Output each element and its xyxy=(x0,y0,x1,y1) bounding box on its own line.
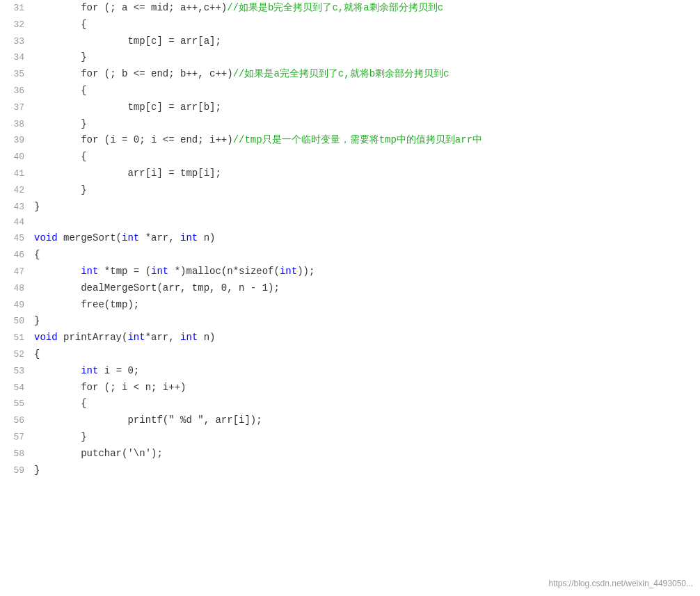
line-number: 33 xyxy=(0,34,31,49)
line-content: } xyxy=(31,313,700,330)
line-content: for (i = 0; i <= end; i++)//tmp只是一个临时变量，… xyxy=(31,132,700,149)
code-line: 36 { xyxy=(0,83,700,99)
line-content: free(tmp); xyxy=(31,297,700,314)
code-line: 32 { xyxy=(0,17,700,33)
code-line: 48 dealMergeSort(arr, tmp, 0, n - 1); xyxy=(0,280,700,297)
code-line: 53 int i = 0; xyxy=(0,363,700,380)
line-number: 40 xyxy=(0,150,31,165)
code-line: 54 for (; i < n; i++) xyxy=(0,380,700,396)
code-line: 34 } xyxy=(0,49,700,66)
code-line: 52{ xyxy=(0,346,700,363)
line-number: 48 xyxy=(0,281,31,296)
line-content: for (; b <= end; b++, c++)//如果是a完全拷贝到了c,… xyxy=(31,66,700,83)
line-content: int i = 0; xyxy=(31,363,700,380)
line-number: 57 xyxy=(0,430,31,445)
line-number: 41 xyxy=(0,166,31,182)
line-content: printf(" %d ", arr[i]); xyxy=(31,412,700,429)
line-content: } xyxy=(31,429,700,446)
code-line: 47 int *tmp = (int *)malloc(n*sizeof(int… xyxy=(0,264,700,280)
line-content: } xyxy=(31,199,700,216)
line-number: 45 xyxy=(0,231,31,246)
line-number: 49 xyxy=(0,298,31,313)
line-number: 44 xyxy=(0,215,31,230)
line-number: 36 xyxy=(0,83,31,99)
line-number: 39 xyxy=(0,133,31,148)
line-content: } xyxy=(31,462,700,479)
line-number: 46 xyxy=(0,248,31,263)
line-content: tmp[c] = arr[b]; xyxy=(31,99,700,116)
code-line: 31 for (; a <= mid; a++,c++)//如果是b完全拷贝到了… xyxy=(0,0,700,17)
code-line: 58 putchar('\n'); xyxy=(0,446,700,462)
line-number: 53 xyxy=(0,364,31,379)
code-line: 38 } xyxy=(0,116,700,133)
line-content: { xyxy=(31,247,700,264)
line-number: 47 xyxy=(0,264,31,280)
code-line: 41 arr[i] = tmp[i]; xyxy=(0,166,700,182)
line-content: { xyxy=(31,346,700,363)
code-line: 42 } xyxy=(0,182,700,199)
code-viewer: 31 for (; a <= mid; a++,c++)//如果是b完全拷贝到了… xyxy=(0,0,700,596)
line-content: { xyxy=(31,149,700,166)
code-line: 57 } xyxy=(0,429,700,446)
code-line: 50} xyxy=(0,313,700,330)
line-number: 32 xyxy=(0,17,31,33)
code-line: 40 { xyxy=(0,149,700,166)
code-line: 33 tmp[c] = arr[a]; xyxy=(0,33,700,50)
line-content: for (; i < n; i++) xyxy=(31,380,700,396)
line-number: 59 xyxy=(0,463,31,478)
line-number: 38 xyxy=(0,117,31,132)
line-number: 54 xyxy=(0,380,31,396)
code-line: 35 for (; b <= end; b++, c++)//如果是a完全拷贝到… xyxy=(0,66,700,83)
line-content: tmp[c] = arr[a]; xyxy=(31,33,700,50)
line-number: 58 xyxy=(0,446,31,462)
line-number: 37 xyxy=(0,100,31,115)
line-number: 51 xyxy=(0,330,31,346)
line-number: 34 xyxy=(0,50,31,65)
code-line: 45void mergeSort(int *arr, int n) xyxy=(0,230,700,247)
line-content: arr[i] = tmp[i]; xyxy=(31,166,700,182)
line-content: } xyxy=(31,182,700,199)
line-number: 31 xyxy=(0,1,31,16)
line-content: { xyxy=(31,17,700,33)
code-line: 37 tmp[c] = arr[b]; xyxy=(0,99,700,116)
code-line: 59} xyxy=(0,462,700,479)
code-line: 46{ xyxy=(0,247,700,264)
line-content: } xyxy=(31,116,700,133)
line-number: 42 xyxy=(0,183,31,198)
code-line: 55 { xyxy=(0,396,700,412)
line-content: int *tmp = (int *)malloc(n*sizeof(int)); xyxy=(31,264,700,280)
code-line: 39 for (i = 0; i <= end; i++)//tmp只是一个临时… xyxy=(0,132,700,149)
line-content: { xyxy=(31,396,700,412)
line-number: 56 xyxy=(0,413,31,428)
code-line: 51void printArray(int*arr, int n) xyxy=(0,330,700,346)
code-lines: 31 for (; a <= mid; a++,c++)//如果是b完全拷贝到了… xyxy=(0,0,700,478)
line-number: 55 xyxy=(0,396,31,412)
code-line: 44 xyxy=(0,215,700,230)
code-line: 43} xyxy=(0,199,700,216)
line-content: void mergeSort(int *arr, int n) xyxy=(31,230,700,247)
line-number: 52 xyxy=(0,347,31,362)
line-content: for (; a <= mid; a++,c++)//如果是b完全拷贝到了c,就… xyxy=(31,0,700,17)
line-number: 43 xyxy=(0,200,31,215)
line-content: putchar('\n'); xyxy=(31,446,700,462)
line-content: void printArray(int*arr, int n) xyxy=(31,330,700,346)
code-line: 49 free(tmp); xyxy=(0,297,700,314)
line-content: dealMergeSort(arr, tmp, 0, n - 1); xyxy=(31,280,700,297)
watermark: https://blog.csdn.net/weixin_4493050... xyxy=(549,577,693,590)
code-line: 56 printf(" %d ", arr[i]); xyxy=(0,412,700,429)
line-content: } xyxy=(31,49,700,66)
line-number: 35 xyxy=(0,67,31,82)
line-number: 50 xyxy=(0,314,31,329)
line-content: { xyxy=(31,83,700,99)
